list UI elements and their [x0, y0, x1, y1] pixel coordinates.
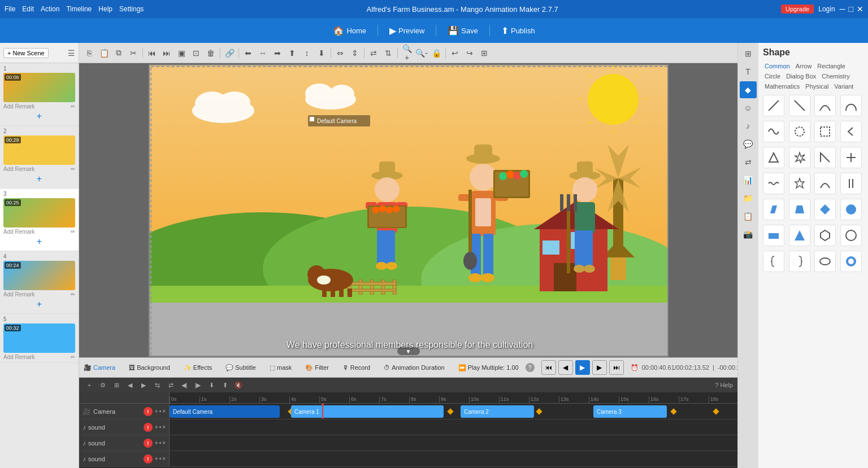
- effects-control-button[interactable]: ✨ Effects: [184, 364, 212, 371]
- shape-angle[interactable]: [814, 147, 836, 168]
- align-left-button[interactable]: ⬅: [241, 46, 255, 60]
- shape-wavy-h[interactable]: [763, 173, 784, 194]
- play-button[interactable]: ▶: [575, 360, 590, 375]
- shape-triangle-filled[interactable]: [789, 225, 810, 246]
- minimize-button[interactable]: ─: [840, 5, 845, 14]
- sound-track-2-add[interactable]: +: [155, 440, 158, 446]
- sound-track-3-content[interactable]: [170, 451, 737, 466]
- camera-track-settings[interactable]: •: [159, 408, 162, 414]
- align-top-button[interactable]: ⬆: [285, 46, 299, 60]
- shape-wave[interactable]: [763, 121, 784, 142]
- home-button[interactable]: 🏠 Home: [333, 25, 366, 36]
- sound-track-2-more[interactable]: ×: [162, 440, 166, 446]
- step-back-button[interactable]: ⏮: [541, 360, 556, 375]
- sound-track-1-content[interactable]: [170, 419, 737, 435]
- scene-thumbnail[interactable]: 00:29: [3, 135, 75, 165]
- shape-line-diagonal2[interactable]: [789, 95, 810, 116]
- shape-rect-outline[interactable]: [814, 121, 836, 142]
- cat-math[interactable]: Mathematics: [763, 82, 801, 90]
- sound-track-1-more[interactable]: ×: [162, 424, 166, 430]
- add-remark-label[interactable]: Add Remark: [3, 291, 35, 298]
- menu-file[interactable]: File: [5, 5, 15, 13]
- shape-arrow-left[interactable]: [840, 121, 862, 142]
- cat-physical[interactable]: Physical: [804, 82, 830, 90]
- edit-icon[interactable]: ✏: [71, 166, 75, 172]
- cut-button[interactable]: ✂: [127, 46, 140, 60]
- sound-track-3-add[interactable]: +: [155, 456, 158, 462]
- scene-thumbnail[interactable]: 00:24: [3, 261, 75, 290]
- add-scene-button[interactable]: +: [3, 235, 75, 248]
- tl-align-left-button[interactable]: ◀: [124, 379, 136, 391]
- scene-thumbnail[interactable]: 00:32: [3, 323, 75, 353]
- shape-arc[interactable]: [814, 95, 836, 116]
- edit-icon[interactable]: ✏: [71, 103, 75, 110]
- tl-btn8[interactable]: ◀|: [179, 379, 190, 391]
- camera-control-button[interactable]: 🎥 Camera: [84, 364, 115, 371]
- scene-thumbnail[interactable]: 00:06: [3, 73, 75, 102]
- media-icon[interactable]: ⊞: [740, 45, 757, 62]
- tl-distribute-button[interactable]: ⇆: [151, 379, 163, 391]
- camera-track-add[interactable]: +: [155, 408, 158, 414]
- sticker-icon[interactable]: ☺: [740, 99, 757, 116]
- template-icon[interactable]: 📋: [740, 208, 757, 225]
- add-scene-button[interactable]: +: [3, 172, 75, 186]
- ungroup-button[interactable]: ⊡: [189, 46, 203, 60]
- cat-variant[interactable]: Variant: [832, 82, 855, 90]
- add-scene-button[interactable]: +: [3, 298, 75, 311]
- add-remark-label[interactable]: Add Remark: [3, 166, 35, 172]
- shape-trapezoid[interactable]: [789, 199, 810, 220]
- shape-circle-filled[interactable]: [840, 199, 862, 220]
- cat-arrow[interactable]: Arrow: [794, 62, 814, 70]
- camera3-clip[interactable]: Camera 3: [593, 405, 667, 418]
- record-control-button[interactable]: 🎙 Record: [342, 364, 370, 371]
- cat-circle[interactable]: Circle: [763, 72, 782, 80]
- lock-button[interactable]: 🔒: [429, 46, 443, 60]
- align-right-button[interactable]: ➡: [271, 46, 284, 60]
- paste-button[interactable]: 📋: [97, 46, 111, 60]
- tl-distribute2-button[interactable]: ⇄: [165, 379, 176, 391]
- step-forward-button[interactable]: ⏭: [609, 360, 624, 375]
- align-bottom-button[interactable]: ⬇: [315, 46, 328, 60]
- tl-add-button[interactable]: +: [84, 379, 95, 391]
- add-remark-label[interactable]: Add Remark: [3, 229, 35, 235]
- tl-btn11[interactable]: ⬆: [219, 379, 231, 391]
- shape-brace[interactable]: [763, 251, 784, 272]
- help-circle-button[interactable]: ?: [526, 363, 535, 372]
- shape-extra-1[interactable]: [814, 251, 836, 272]
- login-button[interactable]: Login: [818, 5, 835, 13]
- canvas-frame[interactable]: Default Camera We have professional memb…: [149, 64, 669, 357]
- menu-edit[interactable]: Edit: [22, 5, 34, 13]
- next-frame-button[interactable]: ⏭: [160, 46, 173, 60]
- default-camera-clip[interactable]: Default Camera: [170, 405, 280, 418]
- flip-h-button[interactable]: ⇄: [367, 46, 380, 60]
- redo-button[interactable]: ↪: [463, 46, 476, 60]
- zoom-in-button[interactable]: 🔍+: [400, 46, 414, 60]
- tl-btn10[interactable]: ⬇: [206, 379, 217, 391]
- align-center-button[interactable]: ↔: [256, 46, 270, 60]
- text-icon[interactable]: T: [740, 63, 757, 80]
- sound-track-3-more[interactable]: ×: [162, 456, 166, 462]
- shape-hexagon[interactable]: [814, 225, 836, 246]
- filter-control-button[interactable]: 🎨 Filter: [305, 364, 328, 371]
- animation-duration-button[interactable]: ⏱ Animation Duration: [384, 364, 445, 371]
- shape-sidebar-icon[interactable]: ◆: [740, 81, 757, 98]
- delete-button[interactable]: 🗑: [204, 46, 218, 60]
- sound-track-2-content[interactable]: [170, 435, 737, 450]
- cat-common[interactable]: Common: [763, 62, 792, 70]
- tl-filter-button[interactable]: ⚙: [97, 379, 108, 391]
- playhead[interactable]: [322, 404, 323, 419]
- camera2-clip[interactable]: Camera 2: [461, 405, 534, 418]
- sound-track-3-settings[interactable]: •: [159, 456, 162, 462]
- menu-settings[interactable]: Settings: [119, 5, 144, 13]
- shape-star5[interactable]: [789, 173, 810, 194]
- edit-icon[interactable]: ✏: [71, 291, 75, 298]
- shape-parallelogram[interactable]: [763, 199, 784, 220]
- fit-button[interactable]: ⊞: [478, 46, 491, 60]
- shape-curve[interactable]: [840, 95, 862, 116]
- camera1-clip[interactable]: Camera 1: [291, 405, 444, 418]
- camera-track-content[interactable]: Default Camera Camera 1 Camera 2 Camera …: [170, 404, 737, 419]
- shape-splat[interactable]: [789, 147, 810, 168]
- shape-circle-outline[interactable]: [789, 121, 810, 142]
- close-button[interactable]: ✕: [857, 5, 863, 14]
- add-remark-label[interactable]: Add Remark: [3, 103, 35, 110]
